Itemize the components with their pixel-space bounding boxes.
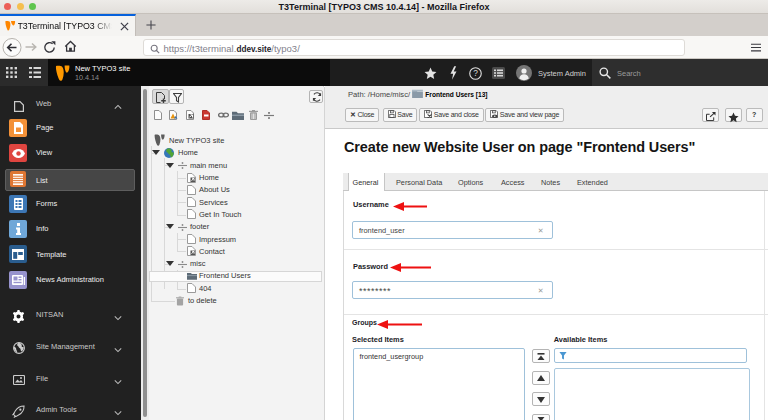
svg-text:?: ? [473, 68, 478, 78]
